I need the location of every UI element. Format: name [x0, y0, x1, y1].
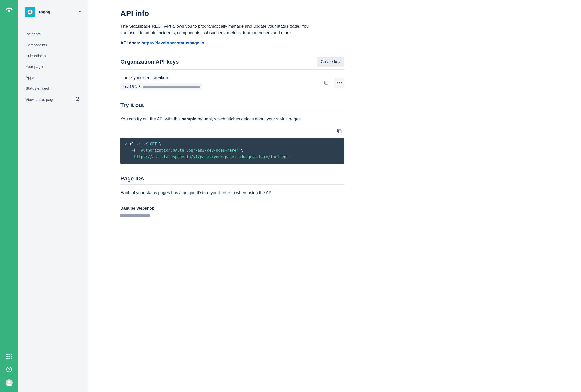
copy-code-button[interactable]	[334, 126, 344, 136]
svg-point-23	[341, 82, 342, 83]
svg-rect-6	[11, 356, 12, 357]
try-it-description: You can try out the API with this sample…	[120, 116, 344, 122]
svg-point-11	[9, 371, 9, 371]
svg-point-21	[337, 82, 338, 83]
api-docs-link[interactable]: https://developer.statuspage.io	[141, 41, 204, 45]
help-icon[interactable]	[6, 366, 12, 372]
key-more-button[interactable]	[334, 78, 344, 88]
redacted-page-id	[120, 214, 150, 217]
svg-rect-24	[338, 130, 341, 133]
section-try-it: Try it out You can try out the API with …	[120, 102, 344, 164]
nav-components[interactable]: Components	[18, 40, 88, 50]
section-page-ids: Page IDs Each of your status pages has a…	[120, 175, 344, 218]
avatar[interactable]	[6, 379, 13, 386]
sidebar-nav: Incidents Components Subscribers Your pa…	[18, 29, 88, 105]
redacted-key	[143, 86, 200, 88]
page-id-name: Danube Webshop	[120, 206, 344, 211]
svg-point-13	[8, 381, 10, 383]
brand-icon[interactable]	[5, 6, 13, 13]
svg-rect-7	[6, 358, 8, 359]
svg-rect-3	[11, 354, 12, 355]
section-title-api-keys: Organization API keys	[120, 59, 179, 65]
nav-view-status-page[interactable]: View status page	[18, 94, 88, 105]
sidebar: ragog Incidents Components Subscribers Y…	[18, 0, 88, 392]
apps-grid-icon[interactable]	[6, 354, 12, 359]
section-title-try-it: Try it out	[120, 102, 144, 108]
page-id-value	[120, 214, 344, 218]
api-key-value: aca16fa8-	[120, 83, 202, 90]
svg-point-0	[8, 10, 10, 12]
api-description: The Statuspage REST API allows you to pr…	[120, 23, 314, 36]
svg-point-15	[29, 11, 31, 13]
section-api-keys: Organization API keys Create key Checkly…	[120, 57, 344, 90]
svg-rect-4	[6, 356, 8, 357]
svg-rect-18	[27, 12, 29, 13]
section-title-page-ids: Page IDs	[120, 175, 144, 182]
svg-rect-20	[325, 82, 328, 85]
left-rail	[0, 0, 18, 392]
svg-rect-9	[11, 358, 12, 359]
nav-apps[interactable]: Apps	[18, 72, 88, 83]
create-key-button[interactable]: Create key	[317, 57, 344, 67]
main-content: API info The Statuspage REST API allows …	[88, 0, 344, 228]
nav-incidents[interactable]: Incidents	[18, 29, 88, 40]
org-name: ragog	[39, 10, 75, 14]
org-logo	[25, 7, 35, 17]
nav-status-embed[interactable]: Status embed	[18, 83, 88, 94]
nav-your-page[interactable]: Your page	[18, 61, 88, 72]
api-docs-line: API docs: https://developer.statuspage.i…	[120, 41, 344, 46]
svg-rect-19	[32, 12, 33, 13]
nav-subscribers[interactable]: Subscribers	[18, 50, 88, 61]
svg-rect-17	[30, 14, 31, 15]
svg-rect-8	[9, 358, 10, 359]
svg-point-22	[339, 82, 340, 83]
svg-rect-1	[6, 354, 8, 355]
org-switcher[interactable]: ragog	[18, 5, 88, 20]
code-sample: curl -i -X GET \ -H 'Authorization:OAuth…	[120, 138, 344, 164]
svg-rect-5	[9, 356, 10, 357]
chevron-down-icon	[78, 10, 82, 14]
svg-rect-16	[30, 9, 31, 11]
external-link-icon	[75, 97, 80, 102]
page-title: API info	[120, 9, 344, 18]
api-key-name: Checkly incident creation	[120, 75, 321, 80]
page-ids-description: Each of your status pages has a unique I…	[120, 190, 344, 195]
copy-key-button[interactable]	[321, 78, 331, 88]
svg-rect-2	[9, 354, 10, 355]
